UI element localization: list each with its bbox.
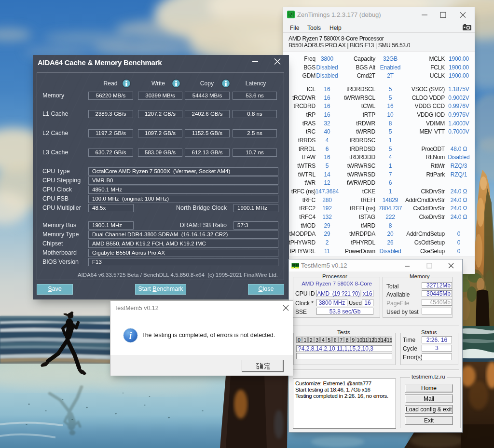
svg-text:i: i: [129, 330, 132, 341]
